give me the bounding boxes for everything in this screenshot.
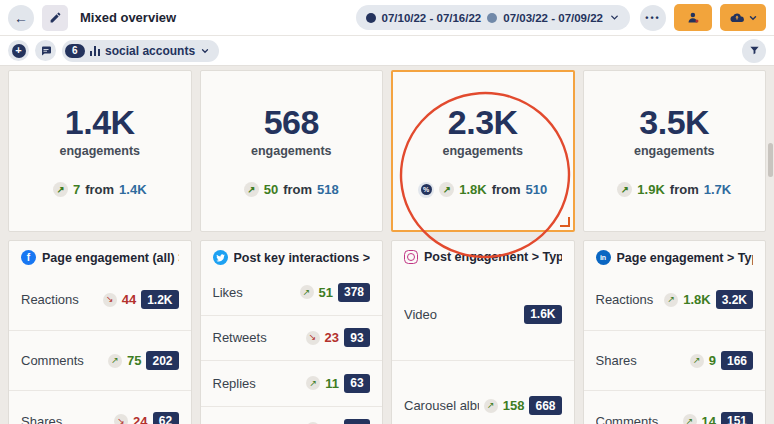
- card-body: Video 1.6K Carousel album ↗ 158 668: [392, 269, 574, 424]
- back-button[interactable]: ←: [8, 5, 34, 31]
- previous-value: 510: [526, 182, 548, 197]
- cloud-export-icon: [729, 11, 745, 24]
- table-row: Shares ↗ 9 166: [584, 330, 766, 391]
- filter-button[interactable]: [742, 39, 766, 63]
- pencil-icon: [49, 11, 62, 24]
- table-row: Comments ↗ 75 202: [9, 330, 191, 391]
- funnel-icon: [749, 45, 760, 56]
- card-header: f Page engagement (all) > T…: [9, 241, 191, 270]
- share-report-button[interactable]: [674, 4, 712, 31]
- breakdown-card-linkedin[interactable]: in Page engagement > Type Reactions ↗ 1.…: [583, 240, 767, 424]
- delta-line: % ↗ 1.8K from 510: [418, 182, 547, 198]
- delta-line: ↗ 7 from 1.4K: [53, 182, 147, 197]
- card-body: Reactions ↘ 44 1.2K Comments ↗ 75 202 Sh…: [9, 270, 191, 424]
- back-arrow-icon: ←: [14, 11, 28, 25]
- breakdown-card-facebook[interactable]: f Page engagement (all) > T… Reactions ↘…: [8, 240, 192, 424]
- facebook-icon: f: [21, 250, 36, 265]
- card-body: Likes ↗ 51 378 Retweets ↘ 23 93 Replies …: [201, 270, 383, 424]
- vertical-scrollbar-thumb[interactable]: [768, 143, 773, 177]
- metric-value: 3.5K: [639, 105, 709, 139]
- card-title: Page engagement > Type: [617, 251, 754, 265]
- table-row: Reactions ↘ 44 1.2K: [9, 270, 191, 330]
- table-row: Video 1.6K: [392, 269, 574, 360]
- report-canvas: 1.4K engagements ↗ 7 from 1.4K 568 engag…: [0, 66, 774, 424]
- value-badge: 62: [153, 412, 179, 424]
- breakdown-card-row: f Page engagement (all) > T… Reactions ↘…: [8, 240, 766, 424]
- trend-up-icon: ↗: [439, 182, 454, 197]
- value-badge: 1.2K: [141, 290, 178, 309]
- table-row: Replies ↗ 11 63: [201, 360, 383, 406]
- person-add-icon: [686, 10, 701, 25]
- compare-date-range: 07/03/22 - 07/09/22: [503, 12, 603, 24]
- from-label: from: [283, 182, 312, 197]
- instagram-icon: [404, 250, 418, 264]
- metric-card-engagements-2[interactable]: 568 engagements ↗ 50 from 518: [200, 70, 384, 232]
- metric-card-row: 1.4K engagements ↗ 7 from 1.4K 568 engag…: [8, 70, 766, 232]
- delta-value: 7: [73, 182, 80, 197]
- bar-chart-icon: [90, 46, 101, 56]
- metric-label: engagements: [59, 144, 140, 158]
- primary-range-dot: [366, 13, 376, 23]
- metric-card-engagements-4[interactable]: 3.5K engagements ↗ 1.9K from 1.7K: [583, 70, 767, 232]
- percent-change-icon: %: [418, 182, 434, 198]
- trend-up-icon: ↗: [690, 354, 704, 368]
- ellipsis-icon: •••: [645, 13, 660, 23]
- delta-value: 1.8K: [459, 182, 486, 197]
- page-title: Mixed overview: [80, 10, 176, 25]
- value-badge: 668: [529, 396, 561, 415]
- value-badge: 34: [344, 419, 370, 424]
- trend-down-icon: ↘: [306, 331, 320, 345]
- value-badge: 63: [344, 374, 370, 393]
- table-row: Likes ↗ 51 378: [201, 270, 383, 315]
- from-label: from: [85, 182, 114, 197]
- linkedin-icon: in: [596, 250, 611, 265]
- trend-up-icon: ↗: [244, 182, 259, 197]
- delta-value: 50: [264, 182, 278, 197]
- card-header: Post key interactions > Type: [201, 241, 383, 270]
- value-badge: 378: [338, 283, 370, 302]
- table-row: Quote tweets ↗ 11 34: [201, 406, 383, 424]
- date-range-selector[interactable]: 07/10/22 - 07/16/22 07/03/22 - 07/09/22: [356, 5, 631, 30]
- delta-line: ↗ 1.9K from 1.7K: [617, 182, 731, 197]
- comments-button[interactable]: [35, 40, 56, 61]
- trend-up-icon: ↗: [306, 376, 320, 390]
- edit-report-button[interactable]: [42, 5, 68, 31]
- from-label: from: [670, 182, 699, 197]
- value-badge: 3.2K: [716, 290, 753, 309]
- comment-bubble-icon: [40, 45, 52, 57]
- previous-value: 518: [317, 182, 339, 197]
- trend-up-icon: ↗: [664, 293, 678, 307]
- chevron-down-icon: [200, 46, 210, 56]
- table-row: Reactions ↗ 1.8K 3.2K: [584, 270, 766, 330]
- table-row: Comments ↗ 14 151: [584, 390, 766, 424]
- metric-label: engagements: [251, 144, 332, 158]
- metric-value: 2.3K: [448, 105, 518, 139]
- table-row: Retweets ↘ 23 93: [201, 315, 383, 361]
- metric-label: engagements: [634, 144, 715, 158]
- export-report-button[interactable]: [720, 4, 766, 31]
- table-row: Shares ↘ 24 62: [9, 390, 191, 424]
- breakdown-card-instagram[interactable]: Post engagement > Type Video 1.6K Carous…: [391, 240, 575, 424]
- top-bar: ← Mixed overview 07/10/22 - 07/16/22 07/…: [0, 0, 774, 36]
- card-header: Post engagement > Type: [392, 241, 574, 269]
- compare-range-dot: [487, 13, 497, 23]
- value-badge: 1.6K: [524, 305, 561, 324]
- accounts-label: social accounts: [105, 44, 195, 58]
- previous-value: 1.7K: [704, 182, 731, 197]
- filters-toolbar: + 6 social accounts: [0, 36, 774, 66]
- social-accounts-dropdown[interactable]: 6 social accounts: [62, 40, 219, 62]
- add-widget-button[interactable]: +: [8, 40, 29, 61]
- trend-up-icon: ↗: [683, 414, 697, 424]
- previous-value: 1.4K: [119, 182, 146, 197]
- metric-card-engagements-3-selected[interactable]: 2.3K engagements % ↗ 1.8K from 510: [391, 70, 575, 232]
- primary-date-range: 07/10/22 - 07/16/22: [382, 12, 482, 24]
- card-title: Post key interactions > Type: [234, 251, 371, 265]
- more-options-button[interactable]: •••: [640, 5, 666, 31]
- metric-card-engagements-1[interactable]: 1.4K engagements ↗ 7 from 1.4K: [8, 70, 192, 232]
- chevron-down-icon: [609, 12, 620, 23]
- trend-down-icon: ↘: [103, 293, 117, 307]
- breakdown-card-twitter[interactable]: Post key interactions > Type Likes ↗ 51 …: [200, 240, 384, 424]
- from-label: from: [492, 182, 521, 197]
- trend-up-icon: ↗: [617, 182, 632, 197]
- chevron-down-icon: [748, 13, 758, 23]
